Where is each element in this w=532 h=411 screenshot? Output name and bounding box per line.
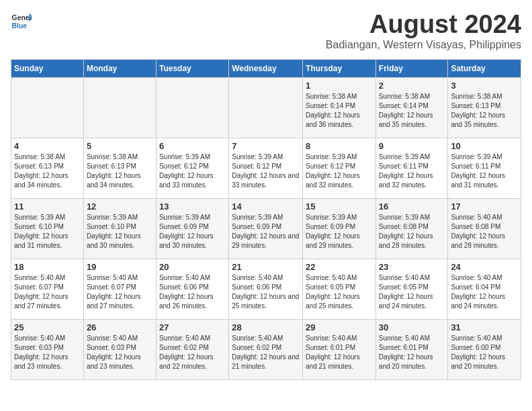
day-info: Sunrise: 5:40 AM Sunset: 6:06 PM Dayligh… [159, 273, 226, 311]
day-info: Sunrise: 5:40 AM Sunset: 6:00 PM Dayligh… [451, 334, 518, 371]
table-row: 4Sunrise: 5:38 AM Sunset: 6:13 PM Daylig… [11, 138, 84, 198]
table-row: 28Sunrise: 5:40 AM Sunset: 6:02 PM Dayli… [229, 319, 303, 379]
day-number: 3 [451, 81, 518, 91]
day-number: 15 [306, 201, 373, 212]
day-info: Sunrise: 5:38 AM Sunset: 6:13 PM Dayligh… [451, 92, 518, 130]
day-info: Sunrise: 5:40 AM Sunset: 6:02 PM Dayligh… [159, 334, 226, 371]
day-number: 26 [87, 322, 153, 332]
day-number: 20 [159, 262, 226, 272]
header-friday: Friday [375, 59, 448, 77]
day-number: 11 [14, 201, 81, 212]
calendar-week-row: 25Sunrise: 5:40 AM Sunset: 6:03 PM Dayli… [11, 319, 521, 379]
table-row: 5Sunrise: 5:38 AM Sunset: 6:13 PM Daylig… [83, 138, 156, 198]
day-info: Sunrise: 5:40 AM Sunset: 6:01 PM Dayligh… [379, 334, 445, 371]
table-row: 29Sunrise: 5:40 AM Sunset: 6:01 PM Dayli… [303, 319, 376, 379]
table-row: 10Sunrise: 5:39 AM Sunset: 6:11 PM Dayli… [448, 138, 521, 198]
day-info: Sunrise: 5:39 AM Sunset: 6:10 PM Dayligh… [87, 213, 153, 250]
table-row: 13Sunrise: 5:39 AM Sunset: 6:09 PM Dayli… [156, 198, 228, 259]
header-monday: Monday [83, 59, 156, 77]
day-info: Sunrise: 5:38 AM Sunset: 6:14 PM Dayligh… [379, 92, 445, 130]
header-thursday: Thursday [303, 59, 376, 77]
day-number: 17 [451, 201, 518, 212]
day-number: 5 [87, 141, 153, 151]
table-row: 26Sunrise: 5:40 AM Sunset: 6:03 PM Dayli… [83, 319, 156, 379]
day-info: Sunrise: 5:40 AM Sunset: 6:05 PM Dayligh… [379, 273, 445, 311]
calendar-week-row: 18Sunrise: 5:40 AM Sunset: 6:07 PM Dayli… [11, 259, 521, 319]
day-number: 25 [14, 322, 81, 332]
header-saturday: Saturday [448, 59, 521, 77]
day-number: 8 [306, 141, 373, 151]
day-info: Sunrise: 5:40 AM Sunset: 6:08 PM Dayligh… [451, 213, 518, 250]
day-info: Sunrise: 5:39 AM Sunset: 6:09 PM Dayligh… [232, 213, 300, 250]
day-info: Sunrise: 5:39 AM Sunset: 6:11 PM Dayligh… [379, 152, 445, 190]
table-row: 3Sunrise: 5:38 AM Sunset: 6:13 PM Daylig… [448, 77, 521, 138]
day-number: 10 [451, 141, 518, 151]
table-row [11, 77, 84, 138]
day-info: Sunrise: 5:40 AM Sunset: 6:05 PM Dayligh… [306, 273, 373, 311]
day-number: 27 [159, 322, 226, 332]
day-number: 18 [14, 262, 81, 272]
table-row: 18Sunrise: 5:40 AM Sunset: 6:07 PM Dayli… [11, 259, 84, 319]
day-number: 29 [306, 322, 373, 332]
title-area: August 2024 Badiangan, Western Visayas, … [326, 11, 521, 51]
table-row: 17Sunrise: 5:40 AM Sunset: 6:08 PM Dayli… [448, 198, 521, 259]
day-number: 24 [451, 262, 518, 272]
day-number: 31 [451, 322, 518, 332]
table-row: 31Sunrise: 5:40 AM Sunset: 6:00 PM Dayli… [448, 319, 521, 379]
day-info: Sunrise: 5:38 AM Sunset: 6:14 PM Dayligh… [306, 92, 373, 130]
table-row: 21Sunrise: 5:40 AM Sunset: 6:06 PM Dayli… [229, 259, 303, 319]
day-number: 2 [379, 81, 445, 91]
day-number: 6 [159, 141, 226, 151]
day-number: 13 [159, 201, 226, 212]
day-info: Sunrise: 5:39 AM Sunset: 6:10 PM Dayligh… [14, 213, 81, 250]
day-info: Sunrise: 5:38 AM Sunset: 6:13 PM Dayligh… [14, 152, 81, 190]
day-info: Sunrise: 5:40 AM Sunset: 6:07 PM Dayligh… [87, 273, 153, 311]
day-info: Sunrise: 5:38 AM Sunset: 6:13 PM Dayligh… [87, 152, 153, 190]
day-info: Sunrise: 5:39 AM Sunset: 6:12 PM Dayligh… [232, 152, 300, 190]
table-row: 12Sunrise: 5:39 AM Sunset: 6:10 PM Dayli… [83, 198, 156, 259]
logo: General Blue [11, 11, 32, 32]
svg-text:Blue: Blue [12, 22, 28, 30]
calendar-header-row: Sunday Monday Tuesday Wednesday Thursday… [11, 59, 521, 77]
month-title: August 2024 [326, 11, 521, 39]
day-number: 21 [232, 262, 300, 272]
day-number: 1 [306, 81, 373, 91]
day-number: 7 [232, 141, 300, 151]
day-info: Sunrise: 5:40 AM Sunset: 6:04 PM Dayligh… [451, 273, 518, 311]
table-row: 22Sunrise: 5:40 AM Sunset: 6:05 PM Dayli… [303, 259, 376, 319]
day-info: Sunrise: 5:39 AM Sunset: 6:11 PM Dayligh… [451, 152, 518, 190]
table-row: 23Sunrise: 5:40 AM Sunset: 6:05 PM Dayli… [375, 259, 448, 319]
table-row: 2Sunrise: 5:38 AM Sunset: 6:14 PM Daylig… [375, 77, 448, 138]
day-info: Sunrise: 5:40 AM Sunset: 6:02 PM Dayligh… [232, 334, 300, 371]
header-sunday: Sunday [11, 59, 84, 77]
table-row: 11Sunrise: 5:39 AM Sunset: 6:10 PM Dayli… [11, 198, 84, 259]
table-row: 30Sunrise: 5:40 AM Sunset: 6:01 PM Dayli… [375, 319, 448, 379]
table-row: 8Sunrise: 5:39 AM Sunset: 6:12 PM Daylig… [303, 138, 376, 198]
table-row: 14Sunrise: 5:39 AM Sunset: 6:09 PM Dayli… [229, 198, 303, 259]
day-number: 12 [87, 201, 153, 212]
day-info: Sunrise: 5:39 AM Sunset: 6:08 PM Dayligh… [379, 213, 445, 250]
table-row: 24Sunrise: 5:40 AM Sunset: 6:04 PM Dayli… [448, 259, 521, 319]
table-row [156, 77, 228, 138]
day-number: 14 [232, 201, 300, 212]
table-row: 27Sunrise: 5:40 AM Sunset: 6:02 PM Dayli… [156, 319, 228, 379]
calendar-table: Sunday Monday Tuesday Wednesday Thursday… [11, 59, 521, 380]
table-row: 6Sunrise: 5:39 AM Sunset: 6:12 PM Daylig… [156, 138, 228, 198]
day-info: Sunrise: 5:40 AM Sunset: 6:07 PM Dayligh… [14, 273, 81, 311]
day-number: 9 [379, 141, 445, 151]
calendar-week-row: 4Sunrise: 5:38 AM Sunset: 6:13 PM Daylig… [11, 138, 521, 198]
logo-icon: General Blue [11, 11, 32, 32]
day-info: Sunrise: 5:39 AM Sunset: 6:12 PM Dayligh… [159, 152, 226, 190]
table-row: 16Sunrise: 5:39 AM Sunset: 6:08 PM Dayli… [375, 198, 448, 259]
day-info: Sunrise: 5:39 AM Sunset: 6:09 PM Dayligh… [306, 213, 373, 250]
header-tuesday: Tuesday [156, 59, 228, 77]
header-wednesday: Wednesday [229, 59, 303, 77]
table-row [83, 77, 156, 138]
day-info: Sunrise: 5:39 AM Sunset: 6:12 PM Dayligh… [306, 152, 373, 190]
calendar-week-row: 11Sunrise: 5:39 AM Sunset: 6:10 PM Dayli… [11, 198, 521, 259]
table-row: 9Sunrise: 5:39 AM Sunset: 6:11 PM Daylig… [375, 138, 448, 198]
table-row: 15Sunrise: 5:39 AM Sunset: 6:09 PM Dayli… [303, 198, 376, 259]
calendar-week-row: 1Sunrise: 5:38 AM Sunset: 6:14 PM Daylig… [11, 77, 521, 138]
table-row: 20Sunrise: 5:40 AM Sunset: 6:06 PM Dayli… [156, 259, 228, 319]
day-number: 30 [379, 322, 445, 332]
